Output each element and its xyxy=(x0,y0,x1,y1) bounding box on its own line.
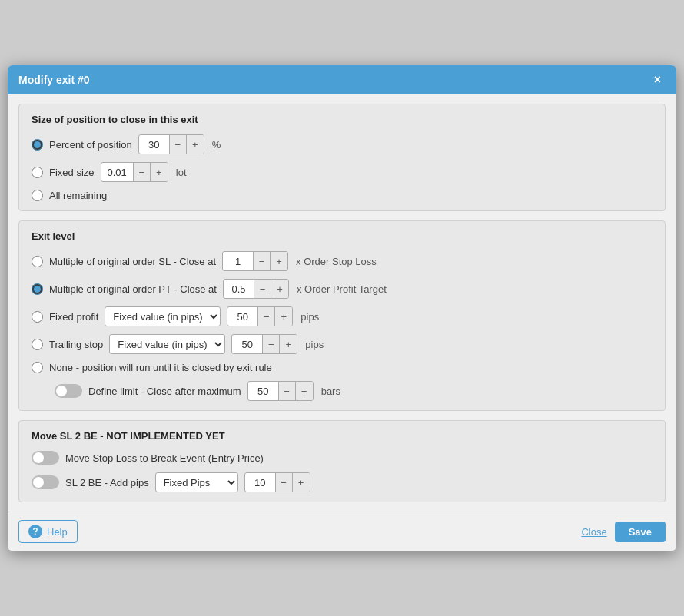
add-pips-toggle-track xyxy=(32,475,59,489)
fixed-size-decrement-button[interactable]: − xyxy=(134,163,151,181)
move-sl-label: Move Stop Loss to Break Event (Entry Pri… xyxy=(65,452,264,464)
title-bar-close-button[interactable]: × xyxy=(649,71,666,88)
move-sl-toggle-track xyxy=(32,451,59,465)
percent-value: 30 xyxy=(139,135,170,154)
multiple-sl-row: Multiple of original order SL - Close at… xyxy=(32,251,652,271)
all-remaining-radio[interactable] xyxy=(32,190,43,201)
define-limit-row: Define limit - Close after maximum 50 − … xyxy=(55,381,652,401)
none-radio[interactable] xyxy=(32,362,43,373)
multiple-sl-value: 1 xyxy=(223,252,254,270)
move-sl-toggle-row: Move Stop Loss to Break Event (Entry Pri… xyxy=(32,451,652,465)
all-remaining-option-row: All remaining xyxy=(32,190,652,201)
size-section: Size of position to close in this exit P… xyxy=(18,104,666,211)
fixed-size-radio[interactable] xyxy=(32,167,43,178)
multiple-pt-input-group: 0.5 − + xyxy=(223,279,289,299)
fixed-profit-decrement-button[interactable]: − xyxy=(258,307,275,326)
percent-decrement-button[interactable]: − xyxy=(170,135,187,154)
fixed-size-unit: lot xyxy=(176,167,187,178)
add-pips-input-group: 10 − + xyxy=(244,472,310,492)
save-button[interactable]: Save xyxy=(615,522,666,542)
multiple-pt-radio[interactable] xyxy=(32,283,43,295)
percent-unit: % xyxy=(212,139,221,151)
fixed-profit-dropdown[interactable]: Fixed value (in pips) Fixed value (in $)… xyxy=(105,306,221,326)
trailing-stop-value: 50 xyxy=(232,335,263,353)
fixed-size-increment-button[interactable]: + xyxy=(151,163,168,181)
add-pips-dropdown[interactable]: Fixed Pips ATR multiple xyxy=(155,472,238,492)
multiple-sl-radio[interactable] xyxy=(32,256,43,267)
multiple-sl-decrement-button[interactable]: − xyxy=(254,252,271,270)
dialog-title: Modify exit #0 xyxy=(18,74,90,86)
help-button[interactable]: ? Help xyxy=(18,520,78,543)
add-pips-toggle[interactable] xyxy=(32,475,59,489)
close-button[interactable]: Close xyxy=(581,526,606,538)
dialog-body: Size of position to close in this exit P… xyxy=(8,94,676,512)
add-pips-increment-button[interactable]: + xyxy=(293,473,310,492)
percent-increment-button[interactable]: + xyxy=(187,135,204,154)
fixed-profit-radio[interactable] xyxy=(32,311,43,323)
trailing-stop-dropdown[interactable]: Fixed value (in pips) Fixed value (in $)… xyxy=(109,334,225,354)
none-option-row: None - position will run until it is clo… xyxy=(32,362,652,373)
trailing-stop-decrement-button[interactable]: − xyxy=(263,335,280,353)
multiple-pt-decrement-button[interactable]: − xyxy=(254,280,271,298)
fixed-profit-label: Fixed profit xyxy=(49,311,98,323)
title-bar: Modify exit #0 × xyxy=(8,65,676,94)
footer-right: Close Save xyxy=(581,522,666,542)
help-label: Help xyxy=(47,526,68,538)
add-pips-decrement-button[interactable]: − xyxy=(276,473,293,492)
define-limit-label: Define limit - Close after maximum xyxy=(88,386,241,397)
percent-label: Percent of position xyxy=(49,139,132,151)
multiple-sl-suffix: x Order Stop Loss xyxy=(296,256,377,267)
trailing-stop-row: Trailing stop Fixed value (in pips) Fixe… xyxy=(32,334,652,354)
move-sl-toggle-thumb xyxy=(33,452,44,463)
help-icon: ? xyxy=(28,525,42,538)
trailing-stop-increment-button[interactable]: + xyxy=(280,335,297,353)
multiple-pt-label: Multiple of original order PT - Close at xyxy=(49,283,217,295)
none-label: None - position will run until it is clo… xyxy=(49,362,272,373)
multiple-pt-value: 0.5 xyxy=(224,280,254,298)
define-limit-unit: bars xyxy=(321,386,340,397)
add-pips-label: SL 2 BE - Add pips xyxy=(65,477,149,488)
multiple-pt-suffix: x Order Profit Target xyxy=(297,283,387,295)
multiple-sl-label: Multiple of original order SL - Close at xyxy=(49,256,216,267)
multiple-pt-increment-button[interactable]: + xyxy=(271,280,288,298)
trailing-stop-radio[interactable] xyxy=(32,339,43,350)
fixed-profit-input-group: 50 − + xyxy=(227,306,293,326)
fixed-profit-row: Fixed profit Fixed value (in pips) Fixed… xyxy=(32,306,652,326)
add-pips-toggle-thumb xyxy=(33,477,44,488)
multiple-pt-row: Multiple of original order PT - Close at… xyxy=(32,279,652,299)
add-pips-value: 10 xyxy=(245,473,276,492)
fixed-size-value: 0.01 xyxy=(101,163,134,181)
define-limit-input-group: 50 − + xyxy=(247,381,314,401)
all-remaining-label: All remaining xyxy=(49,190,107,201)
size-section-title: Size of position to close in this exit xyxy=(32,114,652,125)
fixed-profit-unit: pips xyxy=(300,311,319,323)
fixed-size-option-row: Fixed size 0.01 − + lot xyxy=(32,162,652,182)
add-pips-row: SL 2 BE - Add pips Fixed Pips ATR multip… xyxy=(32,472,652,492)
trailing-stop-unit: pips xyxy=(305,339,324,350)
percent-option-row: Percent of position 30 − + % xyxy=(32,134,652,154)
fixed-size-input-group: 0.01 − + xyxy=(101,162,168,182)
define-limit-decrement-button[interactable]: − xyxy=(279,382,296,400)
multiple-sl-increment-button[interactable]: + xyxy=(271,252,287,270)
define-limit-toggle-track xyxy=(55,384,82,398)
dialog-footer: ? Help Close Save xyxy=(8,512,676,551)
define-limit-increment-button[interactable]: + xyxy=(296,382,313,400)
percent-radio[interactable] xyxy=(32,139,43,151)
define-limit-value: 50 xyxy=(248,382,279,400)
exit-level-title: Exit level xyxy=(32,230,652,242)
modify-exit-dialog: Modify exit #0 × Size of position to clo… xyxy=(8,65,676,551)
define-limit-toggle[interactable] xyxy=(55,384,82,398)
trailing-stop-label: Trailing stop xyxy=(49,339,103,350)
trailing-stop-input-group: 50 − + xyxy=(231,334,297,354)
move-sl-toggle[interactable] xyxy=(32,451,59,465)
fixed-profit-value: 50 xyxy=(227,307,258,326)
fixed-size-label: Fixed size xyxy=(49,167,95,178)
percent-input-group: 30 − + xyxy=(138,134,204,154)
multiple-sl-input-group: 1 − + xyxy=(222,251,288,271)
move-sl-section: Move SL 2 BE - NOT IMPLEMENTED YET Move … xyxy=(18,420,666,502)
define-limit-toggle-thumb xyxy=(56,386,67,396)
exit-level-section: Exit level Multiple of original order SL… xyxy=(18,220,666,411)
move-sl-section-title: Move SL 2 BE - NOT IMPLEMENTED YET xyxy=(32,430,652,442)
fixed-profit-increment-button[interactable]: + xyxy=(275,307,292,326)
